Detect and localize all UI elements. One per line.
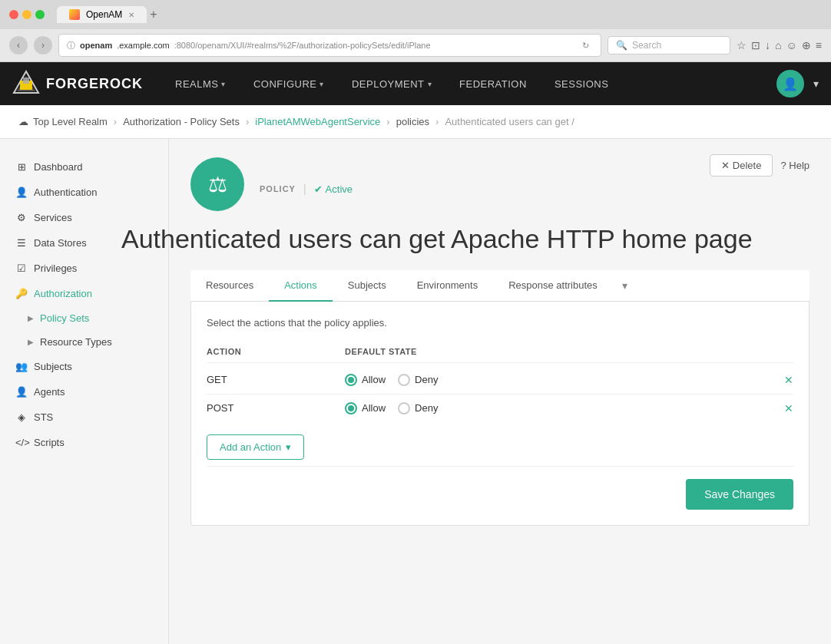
agents-icon: 👤 — [15, 386, 28, 398]
nav-item-sessions[interactable]: SESSIONS — [541, 62, 622, 105]
svg-rect-3 — [23, 78, 29, 84]
resource-types-arrow: ▶ — [28, 338, 34, 346]
app: FORGEROCK REALMS ▾ CONFIGURE ▾ DEPLOYMEN… — [0, 62, 831, 105]
tab-environments[interactable]: Environments — [402, 270, 493, 302]
add-tab-button[interactable]: + — [150, 8, 157, 21]
browser-tab[interactable]: OpenAM ✕ — [57, 6, 147, 23]
sidebar-item-scripts[interactable]: </> Scripts — [0, 430, 168, 455]
remove-post-button[interactable]: ✕ — [784, 402, 793, 414]
user-menu-arrow[interactable]: ▾ — [813, 78, 819, 90]
radio-deny-post[interactable]: Deny — [398, 402, 438, 414]
forward-button[interactable]: › — [34, 36, 52, 54]
security-icon: ⓘ — [67, 40, 75, 51]
breadcrumb-sep-4: › — [435, 116, 439, 127]
tab-response-attributes[interactable]: Response attributes — [493, 270, 613, 302]
add-action-arrow: ▾ — [286, 441, 291, 453]
add-action-button[interactable]: Add an Action ▾ — [207, 434, 304, 460]
sidebar-policy-sets-label: Policy Sets — [40, 312, 89, 324]
authentication-icon: 👤 — [15, 187, 28, 198]
sidebar-item-subjects[interactable]: 👥 Subjects — [0, 354, 168, 379]
sidebar-agents-label: Agents — [34, 386, 65, 398]
main-content: ⚖ ✕ Delete ? Help POLICY | ✔ Active Auth… — [169, 139, 831, 644]
remove-get-button[interactable]: ✕ — [784, 374, 793, 386]
subjects-icon: 👥 — [15, 361, 28, 372]
sidebar-item-authentication[interactable]: 👤 Authentication — [0, 180, 168, 205]
policy-title: Authenticated users can get Apache HTTP … — [121, 223, 809, 255]
nav-items: REALMS ▾ CONFIGURE ▾ DEPLOYMENT ▾ FEDERA… — [161, 62, 776, 105]
tab-more-button[interactable]: ▾ — [613, 270, 637, 301]
tab-title: OpenAM — [86, 9, 122, 20]
tab-resources[interactable]: Resources — [190, 270, 269, 302]
tab-description: Select the actions that the policy appli… — [207, 317, 793, 329]
policy-meta: POLICY | ✔ Active — [260, 183, 809, 195]
minimize-dot[interactable] — [22, 10, 31, 19]
download-icon[interactable]: ↓ — [765, 39, 770, 51]
nav-federation-label: FEDERATION — [459, 78, 527, 90]
bookmark-icon[interactable]: ☆ — [737, 39, 747, 51]
search-placeholder: Search — [632, 40, 661, 51]
nav-item-realms[interactable]: REALMS ▾ — [161, 62, 240, 105]
breadcrumb-service[interactable]: iPlanetAMWebAgentService — [255, 116, 380, 127]
sidebar-sub-resource-types[interactable]: ▶ Resource Types — [0, 330, 168, 354]
policy-status: ✔ Active — [314, 183, 353, 195]
url-domain: .example.com — [117, 41, 169, 50]
logo-text: FORGEROCK — [46, 76, 143, 92]
radio-deny-get-button[interactable] — [398, 374, 410, 386]
help-button[interactable]: ? Help — [780, 154, 809, 177]
profile-icon[interactable]: ☺ — [786, 39, 797, 51]
policy-header-right: ✕ Delete ? Help POLICY | ✔ Active — [260, 154, 809, 200]
tab-close-icon[interactable]: ✕ — [128, 11, 134, 19]
sidebar-sub-policy-sets[interactable]: ▶ Policy Sets — [0, 306, 168, 330]
close-dot[interactable] — [9, 10, 18, 19]
sidebar-authorization-label: Authorization — [34, 288, 92, 299]
sidebar-item-authorization[interactable]: 🔑 Authorization — [0, 281, 168, 306]
back-button[interactable]: ‹ — [9, 36, 28, 54]
nav-item-deployment[interactable]: DEPLOYMENT ▾ — [338, 62, 445, 105]
sidebar-sts-label: STS — [34, 411, 53, 423]
cloud-icon: ☁ — [18, 116, 28, 127]
radio-allow-post-button[interactable] — [345, 402, 357, 414]
breadcrumb-sep-3: › — [386, 116, 389, 127]
breadcrumb-policies[interactable]: policies — [396, 116, 429, 127]
services-icon: ⚙ — [15, 212, 28, 223]
sidebar-subjects-label: Subjects — [34, 361, 72, 372]
sidebar-item-sts[interactable]: ◈ STS — [0, 405, 168, 430]
dashboard-icon: ⊞ — [15, 161, 28, 173]
radio-deny-get[interactable]: Deny — [398, 374, 438, 386]
menu-icon[interactable]: ≡ — [816, 39, 822, 51]
sidebar-authentication-label: Authentication — [34, 187, 97, 198]
breadcrumb-policy-sets[interactable]: Authorization - Policy Sets — [123, 116, 240, 127]
sidebar-item-privileges[interactable]: ☑ Privileges — [0, 256, 168, 281]
extensions-icon[interactable]: ⊕ — [802, 39, 811, 51]
nav-item-configure[interactable]: CONFIGURE ▾ — [240, 62, 338, 105]
maximize-dot[interactable] — [35, 10, 45, 19]
scripts-icon: </> — [15, 437, 28, 448]
logo-area: FORGEROCK — [12, 70, 161, 97]
tab-subjects[interactable]: Subjects — [333, 270, 402, 302]
tab-favicon — [69, 9, 80, 20]
radio-allow-post[interactable]: Allow — [345, 402, 386, 414]
radio-allow-get[interactable]: Allow — [345, 374, 386, 386]
refresh-button[interactable]: ↻ — [578, 38, 593, 53]
tab-actions[interactable]: Actions — [269, 270, 333, 302]
reader-icon[interactable]: ⊡ — [751, 39, 760, 51]
sidebar-sub: ▶ Policy Sets ▶ Resource Types — [0, 306, 168, 354]
sidebar-item-agents[interactable]: 👤 Agents — [0, 379, 168, 405]
radio-deny-post-button[interactable] — [398, 402, 410, 414]
save-changes-button[interactable]: Save Changes — [686, 479, 793, 510]
browser-dots — [9, 10, 45, 19]
url-bar[interactable]: ⓘ openam.example.com:8080/openam/XUI/#re… — [58, 34, 601, 57]
state-post: Allow Deny — [345, 402, 784, 414]
sidebar-item-dashboard[interactable]: ⊞ Dashboard — [0, 154, 168, 180]
delete-button[interactable]: ✕ Delete — [710, 154, 773, 177]
home-icon[interactable]: ⌂ — [775, 39, 781, 51]
search-bar[interactable]: 🔍 Search — [608, 36, 730, 54]
breadcrumb-sep-2: › — [246, 116, 249, 127]
tab-content: Select the actions that the policy appli… — [190, 302, 809, 526]
radio-allow-get-button[interactable] — [345, 374, 357, 386]
user-avatar[interactable]: 👤 — [776, 70, 804, 97]
deny-get-label: Deny — [415, 374, 438, 385]
column-header-action: ACTION — [207, 347, 345, 356]
nav-item-federation[interactable]: FEDERATION — [445, 62, 541, 105]
table-row: POST Allow Deny ✕ — [207, 395, 793, 422]
